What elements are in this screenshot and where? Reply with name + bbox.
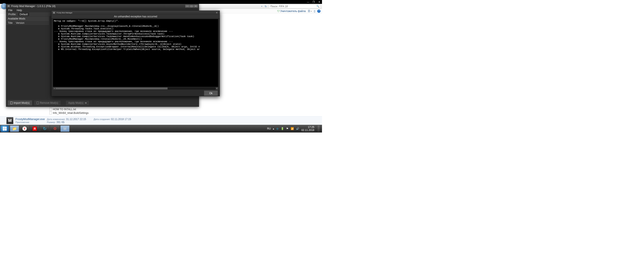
network-icon[interactable]: 📶	[291, 127, 294, 130]
scroll-track[interactable]	[56, 87, 216, 89]
start-button[interactable]	[1, 125, 9, 132]
frosty-title-text: Frosty Mod Manager - 1.0.3.1 (Fifa 18)	[12, 4, 56, 7]
details-mod-label: Дата изменения:	[47, 118, 66, 120]
import-mods-button[interactable]: Import Mod(s)	[8, 100, 32, 106]
details-mod-value: 31.12.2017 22:15	[66, 117, 86, 120]
outer-close-button[interactable]: ✕	[317, 0, 322, 4]
exception-ok-button[interactable]: Ok	[204, 90, 218, 96]
view-options-button[interactable]: ☰▾	[308, 10, 312, 13]
exception-dialog: M Frosty Mod Manager ✕ An unhandled exce…	[51, 10, 220, 96]
taskbar-clock[interactable]: 17:25 02.11.2018	[302, 126, 314, 132]
shield-icon: 🛡	[277, 10, 280, 13]
exception-h-scrollbar[interactable]: ◄ ►	[53, 87, 218, 90]
menu-help[interactable]: Help	[17, 8, 22, 11]
outer-window-titlebar: — ❐ ✕	[0, 0, 322, 4]
frosty-maximize-button[interactable]: ▢	[189, 4, 194, 7]
tray-app-icon[interactable]: ◎	[276, 127, 279, 130]
refresh-button[interactable]: ↻	[264, 4, 268, 8]
menu-file[interactable]: File	[8, 8, 12, 11]
preview-pane-button[interactable]: ▯	[314, 10, 315, 13]
folder-icon: 📁	[12, 126, 17, 131]
profile-label: Profile:	[8, 13, 16, 16]
details-created-value: 02.11.2018 17:15	[111, 117, 131, 120]
import-mods-label: Import Mod(s)	[14, 101, 30, 104]
gear-red-icon: ⚙	[53, 126, 57, 131]
scroll-thumb[interactable]	[56, 87, 168, 89]
available-mods-tab[interactable]: Available Mods	[6, 16, 49, 21]
col-title[interactable]: Title	[8, 21, 13, 24]
frosty-logo-icon: M	[7, 5, 10, 7]
history-dropdown-icon[interactable]: ▼	[261, 5, 262, 7]
remove-icon	[37, 102, 39, 104]
refresh-icon: ↻	[265, 5, 267, 8]
taskbar-item-frosty[interactable]: M	[60, 126, 69, 132]
chevron-right-icon: ➔	[84, 101, 87, 104]
remove-mods-button[interactable]: Remove Mod(s)	[34, 100, 61, 106]
show-desktop-button[interactable]	[318, 125, 320, 132]
scroll-right-button[interactable]: ►	[216, 87, 218, 90]
frosty-logo-icon: M	[53, 11, 56, 14]
details-size-label: Размер:	[47, 121, 56, 123]
help-button[interactable]: ?	[317, 9, 320, 13]
help-icon: ?	[318, 10, 320, 13]
list-view-icon: ☰	[308, 10, 310, 13]
search-placeholder: Поиск: FIFA 18	[270, 5, 288, 8]
frosty-minimize-button[interactable]: —	[185, 4, 190, 7]
tray-chevron-up-icon[interactable]: ▴	[273, 127, 274, 130]
taskbar-item-explorer[interactable]: 📁	[10, 126, 19, 132]
windows-logo-icon	[3, 127, 7, 131]
taskbar: 📁 Y Я ↻ ⚙ M RU ▴ ◎ 🔋 ⚑ 📶 🔊 17:25 02.11.2…	[0, 125, 322, 132]
volume-icon[interactable]: 🔊	[296, 127, 299, 130]
clock-time: 17:25	[302, 126, 314, 129]
profile-selector[interactable]: Default	[18, 12, 30, 16]
file-name: HOW TO INTALL.txt	[53, 107, 76, 111]
flag-icon[interactable]: ⚑	[286, 127, 288, 130]
file-icon	[49, 108, 52, 111]
app-icon: M	[6, 117, 13, 124]
preview-pane-icon: ▯	[314, 10, 315, 13]
details-file-type: Приложение	[16, 121, 45, 124]
frosty-bottom-bar: Import Mod(s) Remove Mod(s) Apply Mod(s)…	[6, 99, 199, 107]
apply-mods-label: Apply Mod(s)	[68, 101, 84, 104]
search-icon: 🔍	[316, 5, 320, 8]
exception-stacktrace[interactable]: Метод не найден: "!!0[] System.Array.Emp…	[53, 19, 218, 87]
mods-columns: Title Version	[6, 21, 49, 25]
file-destroyer-label: Уничтожитель файла	[280, 10, 306, 13]
remove-mods-label: Remove Mod(s)	[40, 101, 58, 104]
apply-mods-button[interactable]: Apply Mod(s)➔	[66, 100, 90, 106]
file-row[interactable]: Info_Win64_retail.BuildSettings	[49, 111, 89, 115]
chevron-down-icon: ▾	[311, 10, 312, 12]
details-file-name: FrostyModManager.exe	[16, 117, 45, 121]
exception-close-button[interactable]: ✕	[215, 11, 218, 14]
ya-icon: Я	[33, 126, 37, 131]
taskbar-item-yandex[interactable]: Y	[20, 126, 29, 132]
frosty-titlebar[interactable]: M Frosty Mod Manager - 1.0.3.1 (Fifa 18)…	[6, 4, 199, 8]
taskbar-item-ya[interactable]: Я	[30, 126, 39, 132]
frosty-sidebar: Available Mods Title Version	[6, 16, 49, 99]
file-name: Info_Win64_retail.BuildSettings	[53, 111, 89, 115]
exception-header: An unhandled exception has occurred	[52, 15, 220, 18]
system-tray: RU ▴ ◎ 🔋 ⚑ 📶 🔊 17:25 02.11.2018	[267, 125, 321, 132]
col-version[interactable]: Version	[16, 21, 24, 24]
circle-arrow-icon: ↻	[43, 126, 46, 131]
arrow-left-icon: ←	[2, 4, 6, 8]
scroll-left-button[interactable]: ◄	[53, 87, 56, 90]
file-destroyer-button[interactable]: 🛡 Уничтожитель файла	[277, 10, 306, 13]
taskbar-item-app1[interactable]: ↻	[40, 126, 49, 132]
details-pane: M FrostyModManager.exe Приложение Дата и…	[0, 116, 322, 125]
file-row[interactable]: HOW TO INTALL.txt	[49, 107, 89, 111]
explorer-search-input[interactable]: Поиск: FIFA 18 🔍	[269, 4, 320, 8]
outer-maximize-button[interactable]: ❐	[311, 0, 316, 4]
outer-minimize-button[interactable]: —	[306, 0, 310, 4]
battery-icon[interactable]: 🔋	[281, 127, 284, 130]
yandex-icon: Y	[22, 126, 27, 131]
frosty-task-icon: M	[64, 127, 66, 131]
clock-date: 02.11.2018	[302, 129, 314, 132]
import-icon	[10, 102, 12, 104]
details-size-value: 391 КБ	[56, 120, 64, 123]
taskbar-item-app2[interactable]: ⚙	[50, 126, 59, 132]
exception-titlebar[interactable]: M Frosty Mod Manager ✕	[52, 11, 220, 15]
details-created-label: Дата создания:	[94, 118, 110, 120]
frosty-close-button[interactable]: ✕	[194, 4, 198, 7]
language-indicator[interactable]: RU	[267, 127, 271, 130]
